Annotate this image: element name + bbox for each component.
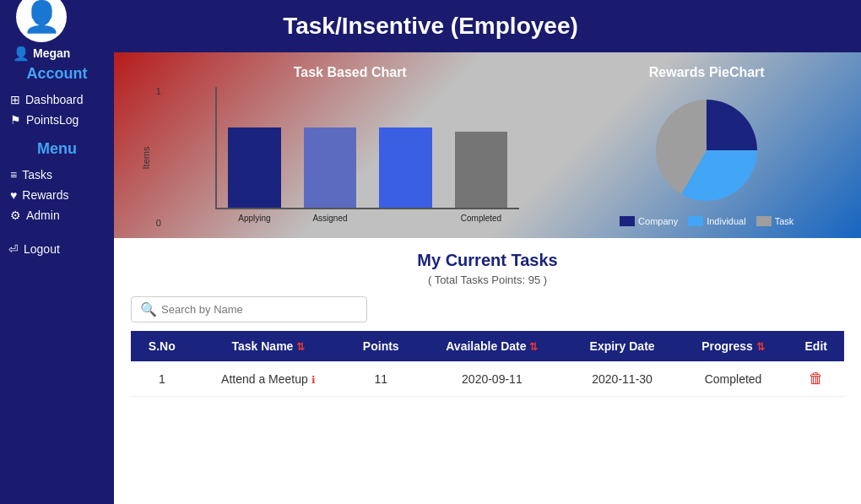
info-icon[interactable]: ℹ [311,374,316,386]
tasks-subtitle: ( Total Tasks Points: 95 ) [131,274,844,286]
page-title: Task/Insentive (Employee) [283,13,578,40]
tasks-title: My Current Tasks [131,251,844,270]
table-header-row: S.No Task Name⇅ Points Available Date⇅ E… [131,331,844,361]
y-bottom: 0 [156,219,161,228]
tasks-table: S.No Task Name⇅ Points Available Date⇅ E… [131,331,844,397]
y-axis-values: 1 0 [156,87,161,228]
edit-icon[interactable]: 🗑 [809,370,824,387]
table-row: 1 Attend a Meetupℹ 11 2020-09-11 2020-11… [131,361,844,397]
tasks-tbody: 1 Attend a Meetupℹ 11 2020-09-11 2020-11… [131,361,844,397]
cell-sno: 1 [131,361,193,397]
tasks-label: Tasks [22,168,52,182]
cell-points: 11 [344,361,418,397]
pointslog-label: PointsLog [26,113,79,127]
pie-legend: Company Individual Task [620,216,793,226]
bar-group-assigned: Assigned [292,87,368,208]
page-header: 👤 👤 Megan Task/Insentive (Employee) [0,0,861,52]
bar-completed [455,132,508,208]
legend-individual-label: Individual [707,216,745,226]
legend-company-label: Company [638,216,678,226]
col-progress[interactable]: Progress⇅ [679,331,788,361]
rewards-label: Rewards [22,188,68,202]
bar-chart-title: Task Based Chart [294,65,407,80]
pointslog-icon: ⚑ [10,113,21,127]
search-input[interactable] [161,303,358,316]
legend-company: Company [620,216,678,226]
sort-arrows-name: ⇅ [296,341,305,353]
logout-icon: ⏎ [8,242,19,256]
user-dot-icon: 👤 [13,46,30,62]
col-sno: S.No [131,331,193,361]
sidebar-item-tasks[interactable]: ≡ Tasks [8,165,106,185]
bar-group-completed: Completed [443,87,519,208]
cell-edit: 🗑 [788,361,844,397]
username-label: Megan [33,46,70,60]
main-layout: Account ⊞ Dashboard ⚑ PointsLog Menu ≡ T… [0,52,861,504]
bar-label-applying: Applying [238,214,270,223]
col-points: Points [344,331,418,361]
rewards-icon: ♥ [10,188,17,202]
col-edit: Edit [788,331,844,361]
dashboard-icon: ⊞ [10,93,20,106]
bar-chart-container: Task Based Chart Items 1 0 Applying [181,65,519,228]
pie-chart-container: Rewards PieChart Company [620,65,793,226]
col-task-name[interactable]: Task Name⇅ [193,331,344,361]
admin-label: Admin [26,209,60,222]
logout-button[interactable]: ⏎ Logout [8,242,106,256]
avatar: 👤 [16,0,67,42]
cell-available-date: 2020-09-11 [418,361,566,397]
sort-arrows-progress: ⇅ [756,341,765,353]
sidebar-item-admin[interactable]: ⚙ Admin [8,205,106,225]
legend-company-dot [620,216,635,226]
bar-applying [228,127,281,208]
user-profile: 👤 👤 Megan [13,0,70,62]
cell-task-name: Attend a Meetupℹ [193,361,344,397]
bar-label-assigned: Assigned [312,214,347,223]
legend-task-label: Task [775,216,794,226]
username: 👤 Megan [13,46,70,62]
col-available-date[interactable]: Available Date⇅ [418,331,566,361]
cell-expiry-date: 2020-11-30 [566,361,679,397]
menu-section-title: Menu [8,140,106,158]
tasks-icon: ≡ [10,168,17,182]
y-axis-label: Items [141,146,151,169]
sidebar-item-dashboard[interactable]: ⊞ Dashboard [8,89,106,110]
bar-blue [379,127,432,208]
charts-section: Task Based Chart Items 1 0 Applying [114,52,861,238]
pie-chart-svg [635,91,778,209]
bar-label-completed: Completed [461,214,501,223]
sidebar: Account ⊞ Dashboard ⚑ PointsLog Menu ≡ T… [0,52,114,504]
logout-label: Logout [24,242,60,256]
legend-task: Task [756,216,794,226]
search-bar[interactable]: 🔍 [131,296,367,322]
content-area: Task Based Chart Items 1 0 Applying [114,52,861,504]
tasks-section: My Current Tasks ( Total Tasks Points: 9… [114,238,861,504]
bar-assigned [304,127,357,208]
bar-group-applying: Applying [217,87,293,208]
bar-group-blue [368,87,444,208]
col-expiry-date: Expiry Date [566,331,679,361]
avatar-icon: 👤 [23,0,61,35]
legend-individual-dot [688,216,703,226]
legend-task-dot [756,216,772,226]
pie-chart-title: Rewards PieChart [649,65,765,80]
admin-icon: ⚙ [10,209,21,222]
sort-arrows-date: ⇅ [529,341,538,353]
cell-progress: Completed [679,361,788,397]
search-icon: 🔍 [140,301,157,317]
legend-individual: Individual [688,216,745,226]
y-top: 1 [156,87,161,96]
account-section-title: Account [8,65,106,83]
sidebar-item-rewards[interactable]: ♥ Rewards [8,185,106,205]
dashboard-label: Dashboard [25,93,84,106]
sidebar-item-pointslog[interactable]: ⚑ PointsLog [8,110,106,130]
bar-chart: Applying Assigned Completed [215,87,519,209]
